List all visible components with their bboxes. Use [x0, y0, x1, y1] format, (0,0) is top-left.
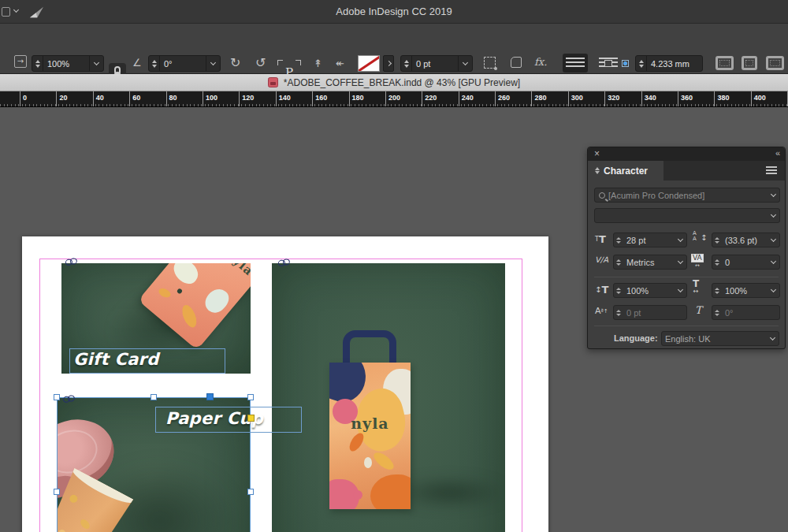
bag-blob-bean: [371, 449, 396, 473]
gap-field[interactable]: 4.233 mm: [635, 55, 703, 72]
paper-cup-text-frame[interactable]: Paper Cup: [155, 407, 302, 433]
leading-dropdown[interactable]: [767, 233, 779, 247]
kerning-stepper[interactable]: [614, 255, 623, 269]
horizontal-scale-field[interactable]: 100%: [712, 283, 780, 298]
scale-x-stepper[interactable]: [32, 56, 43, 71]
language-label: Language:: [614, 333, 658, 343]
handle-mid-left[interactable]: [54, 489, 60, 495]
vertical-scale-field[interactable]: 100%: [613, 283, 687, 298]
transform-reference-icon: [619, 58, 631, 69]
scale-x-field[interactable]: 100%: [32, 55, 104, 72]
language-dropdown[interactable]: [766, 332, 779, 345]
paper-bag-image-frame[interactable]: nyla: [272, 263, 505, 532]
indesign-doc-icon: [268, 77, 278, 87]
font-family-dropdown[interactable]: [767, 188, 779, 202]
kerning-dropdown[interactable]: [674, 255, 686, 269]
panel-close-icon[interactable]: ×: [594, 148, 600, 159]
effects-fx-button[interactable]: fx.: [534, 56, 547, 68]
skew-icon: T: [695, 304, 702, 316]
panel-divider-2: [594, 326, 779, 326]
panel-menu-icon[interactable]: [766, 166, 777, 168]
vertical-scale-icon: ↕T: [595, 284, 608, 296]
scale-x-dropdown[interactable]: [89, 56, 103, 71]
scale-x-icon: →: [14, 55, 27, 68]
stroke-weight-field[interactable]: 0 pt: [400, 55, 473, 72]
font-style-field[interactable]: [594, 208, 780, 223]
tracking-dropdown[interactable]: [767, 255, 779, 269]
fill-more-button[interactable]: [383, 55, 394, 72]
fit-frame-to-content-icon[interactable]: [766, 56, 784, 70]
tracking-field[interactable]: 0: [712, 255, 780, 270]
app-title: Adobe InDesign CC 2019: [0, 6, 788, 17]
fit-content-proportionally-icon[interactable]: [742, 56, 757, 70]
bag-body: nyla: [329, 363, 411, 509]
select-previous-object-icon[interactable]: ↞: [336, 58, 344, 69]
panel-tab-row: Character: [588, 161, 785, 180]
font-size-dropdown[interactable]: [674, 233, 686, 247]
gift-card-text-frame[interactable]: Gift Card: [69, 348, 225, 374]
language-field[interactable]: English: UK: [661, 331, 779, 346]
skew-field[interactable]: 0°: [712, 305, 780, 320]
bag-blob-orange-big: [370, 474, 411, 509]
font-style-dropdown[interactable]: [767, 209, 779, 222]
character-panel: × « Character [Acumin Pro Condensed] TT …: [587, 147, 786, 349]
kerning-field[interactable]: Metrics: [613, 255, 687, 270]
rotation-stepper[interactable]: [149, 56, 160, 71]
character-tab-label: Character: [604, 166, 648, 177]
skew-stepper[interactable]: [712, 306, 722, 319]
font-family-field[interactable]: [Acumin Pro Condensed]: [594, 188, 780, 203]
card-blob-cream: [169, 263, 203, 288]
card-blob-mustard-small: [158, 287, 173, 299]
baseline-shift-icon: Aª↑: [595, 306, 608, 316]
cup-spot-1: [69, 493, 80, 504]
handle-top-right[interactable]: [247, 394, 254, 400]
fill-frame-proportionally-icon[interactable]: [716, 56, 734, 70]
cup-spot-3: [58, 528, 67, 532]
baseline-shift-field[interactable]: 0 pt: [613, 305, 687, 320]
vertical-scale-dropdown[interactable]: [674, 284, 686, 297]
rotation-angle-field[interactable]: 0°: [148, 55, 221, 72]
corner-editor-yellow-handle[interactable]: [247, 415, 255, 422]
stroke-weight-stepper[interactable]: [401, 56, 412, 71]
control-panel-toolbar: → ↓ 100% 100% ∠ ▱ 0° 0° ↻ ↺ ▸▏◂ ▽▲: [0, 24, 788, 74]
leading-arrow-icon: ↕: [701, 233, 707, 242]
tab-character[interactable]: Character: [588, 161, 663, 180]
handle-anchor-blue[interactable]: [206, 393, 214, 400]
bag-blob-pink-dot: [353, 490, 362, 500]
wrap-none-active-bg[interactable]: [563, 54, 588, 73]
no-text-wrap-icon: [566, 58, 585, 69]
card-blob-mint: [201, 285, 232, 317]
fill-swatch-none[interactable]: [358, 55, 380, 72]
select-container-icon[interactable]: ↟: [314, 58, 322, 69]
stroke-weight-dropdown[interactable]: [458, 56, 472, 71]
horizontal-scale-stepper[interactable]: [712, 284, 722, 297]
gift-card-label: Gift Card: [73, 350, 159, 369]
card-dot: [177, 288, 183, 294]
baseline-shift-stepper[interactable]: [614, 306, 623, 319]
font-search-icon: [599, 192, 605, 199]
rotate-cw-icon[interactable]: ↻: [230, 55, 240, 70]
gap-stepper[interactable]: [636, 56, 647, 71]
bag-brand-text: nyla: [329, 415, 411, 432]
leading-icon: AA: [693, 231, 697, 242]
handle-top-center[interactable]: [151, 394, 157, 400]
panel-collapse-icon[interactable]: «: [775, 148, 779, 158]
leading-stepper[interactable]: [712, 233, 722, 247]
corner-options-icon[interactable]: [484, 57, 496, 69]
rotate-ccw-icon[interactable]: ↺: [255, 55, 266, 70]
vertical-scale-stepper[interactable]: [614, 284, 623, 297]
horizontal-ruler[interactable]: 0204060801001201401601802002202402602803…: [0, 91, 788, 107]
rotation-dropdown[interactable]: [206, 56, 220, 71]
horizontal-scale-icon: T↔: [693, 281, 699, 295]
document-tab[interactable]: *ADOBE_COFFEE_BREAK.indd @ 43% [GPU Prev…: [284, 77, 520, 88]
handle-top-left[interactable]: [54, 394, 60, 400]
horizontal-scale-dropdown[interactable]: [767, 284, 779, 297]
corner-radius-icon[interactable]: [511, 57, 522, 68]
leading-field[interactable]: (33.6 pt): [712, 233, 780, 247]
font-size-stepper[interactable]: [614, 233, 623, 247]
wrap-around-bounding-box-icon[interactable]: [599, 58, 618, 69]
tracking-stepper[interactable]: [712, 255, 722, 269]
font-size-field[interactable]: 28 pt: [613, 233, 687, 247]
bag-blob-cream-dot: [364, 457, 372, 468]
handle-mid-right[interactable]: [247, 489, 254, 495]
